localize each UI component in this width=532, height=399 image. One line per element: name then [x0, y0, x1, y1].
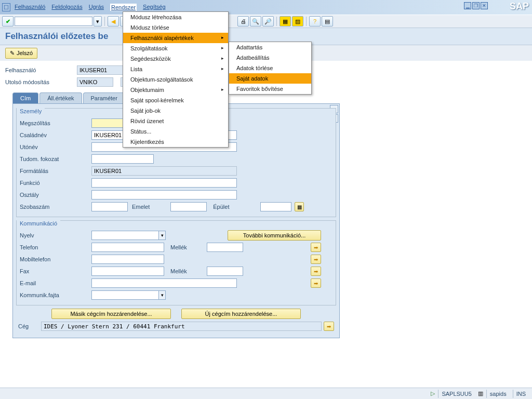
menu-system[interactable]: Rendszer [110, 4, 137, 11]
arrow-right-icon[interactable]: ➡ [311, 243, 321, 252]
menu-item[interactable]: Lista [123, 64, 228, 74]
status-arrow-icon: ▷ [431, 390, 435, 397]
assign-new-company-button[interactable]: Új cégcím hozzárendelése... [181, 309, 301, 319]
standard-toolbar: ✔ ▾ ◀ 💾 🖨 🔍 🔎 ▦ ▨ ? ▤ [0, 15, 532, 28]
submenu-item[interactable]: Saját adatok [229, 73, 311, 84]
command-field[interactable] [15, 17, 92, 26]
window-controls: ▁ ❐ ✕ [464, 2, 488, 9]
shortcut-icon[interactable]: ▨ [292, 16, 303, 26]
menu-item[interactable]: Kijelentkezés [123, 137, 228, 147]
status-system: sapids [486, 390, 510, 398]
submenu-item[interactable]: Adattartás [229, 42, 311, 52]
menu-bar: Felhasználó Feldolgozás Ugrás Rendszer S… [15, 4, 166, 11]
more-fields-icon[interactable]: ▦ [295, 202, 304, 211]
layout-icon[interactable]: ▤ [322, 16, 333, 26]
password-label: Jelszó [17, 50, 33, 56]
find-next-icon[interactable]: 🔎 [262, 16, 274, 26]
status-icon[interactable]: ▥ [478, 390, 483, 397]
email-label: E-mail [20, 280, 91, 286]
session-icon[interactable]: ▦ [280, 16, 291, 26]
fax-label: Fax [20, 268, 91, 274]
find-icon[interactable]: 🔍 [250, 16, 261, 26]
tab-address[interactable]: Cím [12, 92, 38, 103]
pencil-icon: ✎ [10, 50, 15, 57]
menu-help[interactable]: Segítség [143, 4, 165, 11]
submenu-item[interactable]: Adatok törlése [229, 63, 311, 73]
menu-process[interactable]: Feldolgozás [51, 4, 82, 11]
submenu-item[interactable]: Adatbeállítás [229, 52, 311, 63]
floor-input[interactable] [170, 202, 207, 211]
menu-item[interactable]: Módusz létrehozása [123, 12, 228, 22]
menu-item[interactable]: Saját spool-kérelmek [123, 95, 228, 105]
fax-ext-label: Mellék [170, 268, 207, 274]
tab-defaults[interactable]: Áll.értékek [39, 92, 82, 103]
room-label: Szobaszám [20, 204, 91, 210]
floor-label: Emelet [132, 204, 150, 210]
password-button[interactable]: ✎ Jelszó [5, 48, 37, 59]
arrow-right-icon[interactable]: ➡ [311, 255, 321, 264]
function-input[interactable] [91, 178, 237, 188]
function-label: Funkció [20, 180, 91, 186]
company-value: IDES / Lyoner Stern 231 / 60441 Frankfur… [41, 322, 322, 331]
menu-item[interactable]: Saját job-ok [123, 105, 228, 116]
phone-input[interactable] [91, 243, 164, 252]
mobile-label: Mobiltelefon [20, 256, 91, 262]
app-icon: ☐ [2, 3, 10, 11]
menu-item[interactable]: Szolgáltatások [123, 43, 228, 54]
arrow-right-icon[interactable]: ➡ [311, 278, 321, 288]
email-input[interactable] [91, 278, 237, 288]
tab-parameters[interactable]: Paraméter [83, 92, 125, 103]
lastname-label: Családnév [20, 132, 91, 138]
fax-input[interactable] [91, 267, 164, 276]
acad-input[interactable] [91, 154, 154, 164]
dropdown-icon[interactable]: ▾ [94, 16, 102, 26]
room-input[interactable] [91, 202, 128, 211]
arrow-right-icon[interactable]: ➡ [324, 322, 334, 331]
menu-item[interactable]: Segédeszközök [123, 54, 228, 64]
maximize-icon[interactable]: ❐ [472, 2, 480, 9]
department-input[interactable] [91, 190, 237, 200]
building-input[interactable] [260, 202, 291, 211]
sap-logo: SAP [510, 1, 529, 12]
mobile-input[interactable] [91, 255, 164, 264]
arrow-right-icon[interactable]: ➡ [311, 267, 321, 276]
commtype-input[interactable] [91, 290, 159, 300]
system-menu: Módusz létrehozásaMódusz törléseFelhaszn… [123, 11, 229, 148]
group-communication: Kommunikáció Nyelv ▾ További kommunikáci… [16, 220, 336, 305]
menu-item[interactable]: Objektumaim [123, 85, 228, 95]
dropdown-icon[interactable]: ▾ [158, 231, 166, 240]
group-comm-title: Kommunikáció [17, 220, 60, 228]
help-icon[interactable]: ? [309, 16, 321, 26]
menu-item[interactable]: Módusz törlése [123, 22, 228, 33]
minimize-icon[interactable]: ▁ [464, 2, 471, 9]
enter-icon[interactable]: ✔ [2, 16, 14, 26]
back-icon[interactable]: ◀ [108, 16, 119, 26]
ext-label: Mellék [170, 244, 207, 250]
acad-label: Tudom. fokozat [20, 156, 91, 162]
format-label: Formátálás [20, 168, 91, 174]
more-communication-button[interactable]: További kommunikáció... [228, 230, 321, 241]
company-label: Cég [18, 323, 41, 329]
menu-goto[interactable]: Ugrás [89, 4, 104, 11]
format-value: IKUSER01 [91, 166, 237, 176]
menu-item[interactable]: Státus... [123, 126, 228, 137]
menu-item[interactable]: Rövid üzenet [123, 116, 228, 126]
lang-input[interactable] [91, 231, 159, 240]
fax-ext-input[interactable] [207, 267, 243, 276]
menu-item[interactable]: Objektum-szolgáltatások [123, 74, 228, 85]
department-label: Osztály [20, 192, 91, 198]
phone-ext-input[interactable] [207, 243, 243, 252]
firstname-label: Utónév [20, 144, 91, 150]
print-icon[interactable]: 🖨 [237, 16, 249, 26]
lang-label: Nyelv [20, 232, 91, 238]
group-person-title: Személy [17, 108, 45, 115]
menu-item[interactable]: Felhasználói alapértékek [123, 33, 228, 43]
user-value: IKUSER01 [77, 65, 124, 75]
close-icon[interactable]: ✕ [481, 2, 488, 9]
status-bar: ▷ SAPLSUU5 ▥ sapids INS [0, 388, 532, 399]
submenu-item[interactable]: Favoritok bővítése [229, 84, 311, 94]
status-insert-mode: INS [513, 390, 529, 398]
assign-other-company-button[interactable]: Másik cégcím hozzárendelése... [51, 309, 171, 319]
dropdown-icon[interactable]: ▾ [158, 290, 166, 300]
menu-user[interactable]: Felhasználó [15, 4, 45, 11]
